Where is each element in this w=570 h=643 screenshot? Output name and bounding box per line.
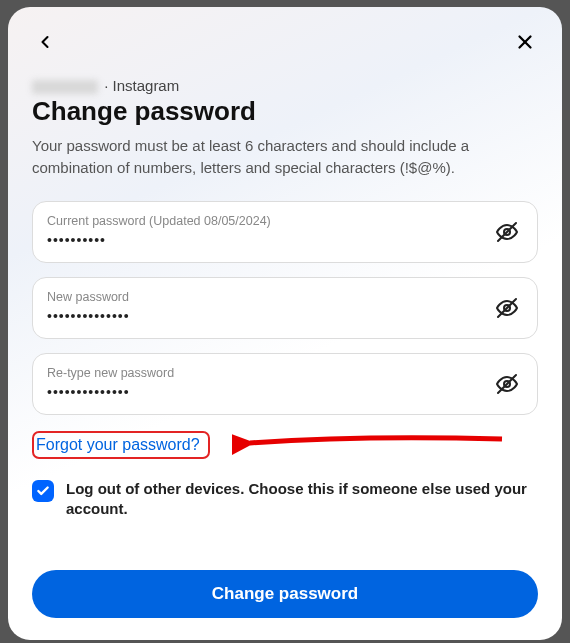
toggle-visibility-new[interactable] (491, 292, 523, 324)
close-button[interactable] (512, 29, 538, 55)
eye-off-icon (495, 220, 519, 244)
platform-name: Instagram (113, 77, 180, 94)
current-password-field[interactable]: Current password (Updated 08/05/2024) (32, 201, 538, 263)
dialog-topbar (32, 25, 538, 59)
logout-other-devices-row: Log out of other devices. Choose this if… (32, 479, 538, 520)
new-password-input[interactable] (47, 308, 491, 324)
logout-checkbox[interactable] (32, 480, 54, 502)
logout-checkbox-label: Log out of other devices. Choose this if… (66, 479, 538, 520)
eye-off-icon (495, 372, 519, 396)
account-line: · Instagram (32, 77, 538, 94)
retype-password-label: Re-type new password (47, 366, 491, 380)
page-description: Your password must be at least 6 charact… (32, 135, 538, 179)
change-password-dialog: · Instagram Change password Your passwor… (8, 7, 562, 640)
current-password-label: Current password (Updated 08/05/2024) (47, 214, 491, 228)
back-button[interactable] (32, 29, 58, 55)
toggle-visibility-retype[interactable] (491, 368, 523, 400)
platform-label: · (100, 77, 113, 94)
new-password-field[interactable]: New password (32, 277, 538, 339)
eye-off-icon (495, 296, 519, 320)
new-password-label: New password (47, 290, 491, 304)
annotation-arrow (232, 425, 512, 465)
forgot-password-link[interactable]: Forgot your password? (32, 431, 210, 459)
current-password-input[interactable] (47, 232, 491, 248)
username-redacted (32, 80, 98, 94)
retype-password-field[interactable]: Re-type new password (32, 353, 538, 415)
checkmark-icon (36, 484, 50, 498)
change-password-button[interactable]: Change password (32, 570, 538, 618)
retype-password-input[interactable] (47, 384, 491, 400)
page-title: Change password (32, 96, 538, 127)
toggle-visibility-current[interactable] (491, 216, 523, 248)
chevron-left-icon (35, 32, 55, 52)
forgot-row: Forgot your password? (32, 431, 538, 459)
close-icon (514, 31, 536, 53)
